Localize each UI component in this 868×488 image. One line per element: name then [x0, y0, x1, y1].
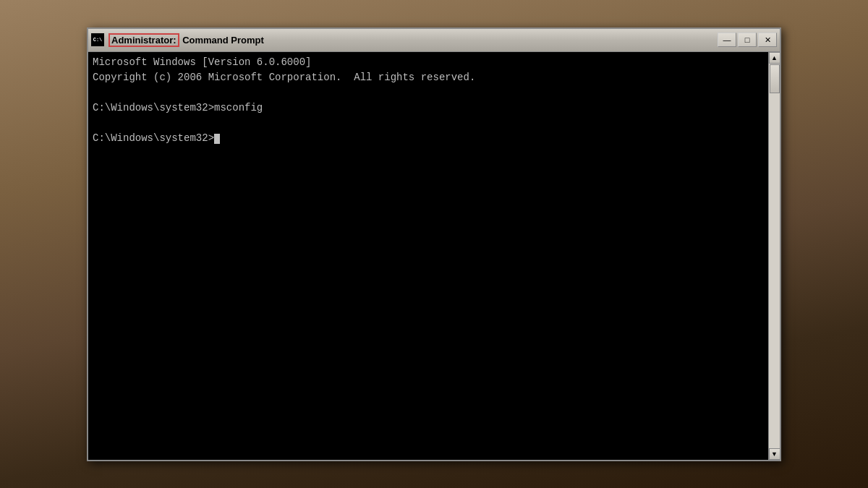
administrator-label: Administrator:	[109, 33, 179, 47]
scroll-down-button[interactable]: ▼	[769, 448, 780, 460]
window-controls: — □ ✕	[718, 33, 777, 47]
minimize-button[interactable]: —	[718, 33, 736, 47]
scrollbar: ▲ ▼	[768, 52, 780, 460]
terminal-cursor	[214, 134, 220, 144]
window-title: Administrator: Command Prompt	[109, 35, 718, 46]
maximize-button[interactable]: □	[738, 33, 757, 47]
close-button[interactable]: ✕	[758, 33, 777, 47]
terminal-output[interactable]: Microsoft Windows [Version 6.0.6000] Cop…	[88, 52, 768, 460]
scroll-track	[769, 64, 780, 448]
terminal-line4: C:\Windows\system32>msconfig	[93, 102, 263, 114]
terminal-line1: Microsoft Windows [Version 6.0.6000]	[93, 56, 311, 68]
cmd-window: C:\ Administrator: Command Prompt — □ ✕ …	[87, 27, 781, 461]
terminal-line2: Copyright (c) 2006 Microsoft Corporation…	[93, 72, 475, 83]
scroll-thumb[interactable]	[770, 64, 780, 93]
cmd-icon: C:\	[91, 33, 104, 46]
window-body: Microsoft Windows [Version 6.0.6000] Cop…	[88, 52, 780, 460]
terminal-prompt: C:\Windows\system32>	[93, 132, 214, 144]
scroll-up-button[interactable]: ▲	[769, 52, 780, 64]
titlebar: C:\ Administrator: Command Prompt — □ ✕	[88, 29, 780, 52]
